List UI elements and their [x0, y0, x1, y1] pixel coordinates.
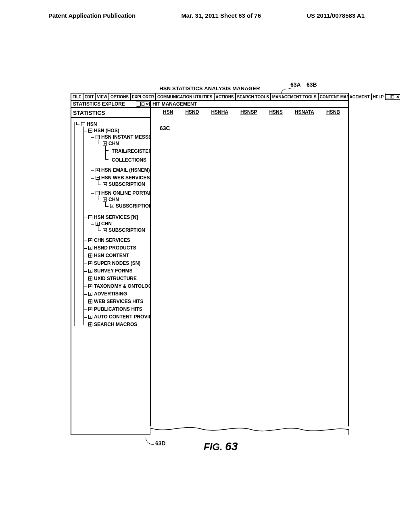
tree-node-hsnop[interactable]: −HSN ONLINE PORTAL (HSNOP)	[96, 191, 150, 195]
left-pane-subtitle: STATISTICS	[71, 108, 150, 118]
tree-label: HSN (HOS)	[94, 128, 119, 133]
menu-actions[interactable]: ACTIONS	[215, 94, 236, 100]
close-icon[interactable]: ✕	[395, 94, 400, 100]
tree-label: SUPER NODES (SN)	[94, 261, 140, 266]
left-pane: STATISTICS EXPLORE ▁ ☐ ✕ STATISTICS − HS…	[71, 101, 151, 434]
tree-node-advertising[interactable]: +ADVERTISING	[88, 291, 127, 296]
plus-icon[interactable]: +	[88, 307, 92, 311]
menu-comm[interactable]: COMMUNICATION UTILITIES	[156, 94, 214, 100]
tree-node-chn[interactable]: + CHN	[103, 141, 119, 146]
tree-node-subscription[interactable]: +SUBSCRIPTION	[103, 182, 145, 187]
tree-node-subscription3[interactable]: +SUBSCRIPTION	[103, 228, 145, 233]
menu-edit[interactable]: EDIT	[83, 94, 96, 100]
tree-label: TAXONOMY & ONTOLOGY	[94, 284, 150, 289]
close-icon[interactable]: ✕	[145, 102, 150, 106]
menu-content[interactable]: CONTENT MANAGEMENT	[319, 94, 372, 100]
tree-label: PUBLICATIONS HITS	[94, 307, 142, 312]
minus-icon[interactable]: −	[88, 215, 92, 219]
tree-node-hsn-hos[interactable]: − HSN (HOS)	[88, 128, 119, 133]
tree-label: SUBSCRIPTION	[108, 228, 145, 233]
menu-search[interactable]: SEARCH TOOLS	[236, 94, 271, 100]
tree-node-chn-services[interactable]: +CHN SERVICES	[88, 238, 130, 243]
tree-node-hsn[interactable]: − HSN	[81, 122, 97, 127]
tree-label: WEB SERVICES HITS	[94, 299, 143, 304]
menu-help[interactable]: HELP	[372, 94, 386, 100]
pub-label: Patent Application Publication	[48, 12, 136, 19]
tree-node-hsnm[interactable]: − HSN INSTANT MESSENGER (HSNM)	[96, 135, 150, 139]
tree-node-hsn-content[interactable]: +HSN CONTENT	[88, 253, 129, 258]
plus-icon[interactable]: +	[103, 141, 107, 145]
tree-node-subscription2[interactable]: +SUBSCRIPTION	[110, 204, 150, 208]
tab-hsnb[interactable]: HSNB	[326, 109, 340, 115]
plus-icon[interactable]: +	[88, 246, 92, 250]
plus-icon[interactable]: +	[88, 254, 92, 258]
tree-label: HSND PRODUCTS	[94, 245, 136, 250]
menu-options[interactable]: OPTIONS	[109, 94, 131, 100]
tree-label: SUBSCRIPTION	[116, 204, 150, 208]
tree-node-pubhits[interactable]: +PUBLICATIONS HITS	[88, 307, 142, 312]
minus-icon[interactable]: −	[96, 135, 100, 139]
tree-node-super-nodes[interactable]: +SUPER NODES (SN)	[88, 261, 140, 266]
tree-label: UXID STRUCTURE	[94, 276, 137, 281]
tab-hsnsp[interactable]: HSNSP	[240, 109, 257, 115]
callout-63d: 63D	[155, 440, 166, 447]
left-pane-title: STATISTICS EXPLORE	[73, 101, 136, 107]
fig-number: 63	[225, 440, 238, 453]
figure-label: FIG. 63	[204, 440, 238, 453]
tree-node-collections[interactable]: COLLECTIONS	[110, 158, 146, 162]
tree-label: AUTO CONTENT PROVIDERS HITS	[94, 314, 150, 319]
plus-icon[interactable]: +	[96, 168, 100, 172]
plus-icon[interactable]: +	[103, 182, 107, 186]
tree-node-uxid[interactable]: +UXID STRUCTURE	[88, 276, 137, 281]
hit-tabs: HSN HSND HSNHA HSNSP HSNS HSNATA HSNB	[151, 108, 348, 116]
menu-explorer[interactable]: EXPLORER	[131, 94, 156, 100]
tab-hsnha[interactable]: HSNHA	[211, 109, 228, 115]
plus-icon[interactable]: +	[88, 299, 92, 303]
right-pane: HIT MANAGEMENT HSN HSND HSNHA HSNSP HSNS…	[151, 101, 348, 434]
tree-node-searchmacros[interactable]: +SEARCH MACROS	[88, 322, 137, 327]
menu-file[interactable]: FILE	[71, 94, 83, 100]
tree-label: CHN	[108, 141, 119, 146]
torn-edge	[150, 426, 349, 435]
tab-hsnata[interactable]: HSNATA	[295, 109, 314, 115]
plus-icon[interactable]: +	[88, 269, 92, 273]
menu-mgmt[interactable]: MANAGEMENT TOOLS	[271, 94, 319, 100]
minus-icon[interactable]: −	[96, 191, 100, 195]
plus-icon[interactable]: +	[88, 261, 92, 265]
tree-node-hsnd-products[interactable]: +HSND PRODUCTS	[88, 245, 136, 250]
tree-label: COLLECTIONS	[112, 158, 146, 162]
tab-hsnd[interactable]: HSND	[185, 109, 199, 115]
plus-icon[interactable]: +	[88, 276, 92, 281]
tree-label: HSN EMAIL (HSNEM)	[101, 168, 150, 172]
plus-icon[interactable]: +	[88, 322, 92, 326]
minus-icon[interactable]: −	[96, 176, 100, 180]
minus-icon[interactable]: −	[81, 122, 85, 126]
plus-icon[interactable]: +	[88, 292, 92, 296]
tree-node-webhits[interactable]: +WEB SERVICES HITS	[88, 299, 143, 304]
plus-icon[interactable]: +	[96, 222, 100, 226]
tree-node-hsnws[interactable]: −HSN WEB SERVICES (HSNWS) [N]	[96, 175, 150, 180]
tree-node-autohits[interactable]: +AUTO CONTENT PROVIDERS HITS	[88, 314, 150, 319]
tree-node-chn2[interactable]: +CHN	[103, 197, 119, 202]
plus-icon[interactable]: +	[103, 228, 107, 232]
tree-label: CHN SERVICES	[94, 238, 130, 243]
tab-hsns[interactable]: HSNS	[269, 109, 282, 115]
tree-label: HSN WEB SERVICES (HSNWS) [N]	[101, 175, 150, 180]
tree-label: SUBSCRIPTION	[108, 182, 145, 187]
tree-node-hsnem[interactable]: +HSN EMAIL (HSNEM)	[96, 168, 150, 172]
menu-view[interactable]: VIEW	[96, 94, 109, 100]
sheet-label: Mar. 31, 2011 Sheet 63 of 76	[181, 12, 261, 19]
tree-node-trail[interactable]: TRAIL/REGISTERED/DOWNLOADS	[110, 149, 150, 154]
plus-icon[interactable]: +	[88, 315, 92, 319]
plus-icon[interactable]: +	[88, 284, 92, 288]
plus-icon[interactable]: +	[103, 197, 107, 202]
tree-node-chn3[interactable]: +CHN	[96, 221, 112, 226]
plus-icon[interactable]: +	[88, 238, 92, 242]
tree-node-taxonomy[interactable]: +TAXONOMY & ONTOLOGY	[88, 284, 150, 289]
tree-node-hsn-services[interactable]: −HSN SERVICES [N]	[88, 215, 138, 220]
outer-window-controls: ▁ ☐ ✕	[386, 94, 400, 100]
minus-icon[interactable]: −	[88, 129, 92, 133]
plus-icon[interactable]: +	[110, 204, 114, 208]
tree-node-survey-forms[interactable]: +SURVEY FORMS	[88, 268, 133, 273]
tab-hsn[interactable]: HSN	[163, 109, 173, 115]
